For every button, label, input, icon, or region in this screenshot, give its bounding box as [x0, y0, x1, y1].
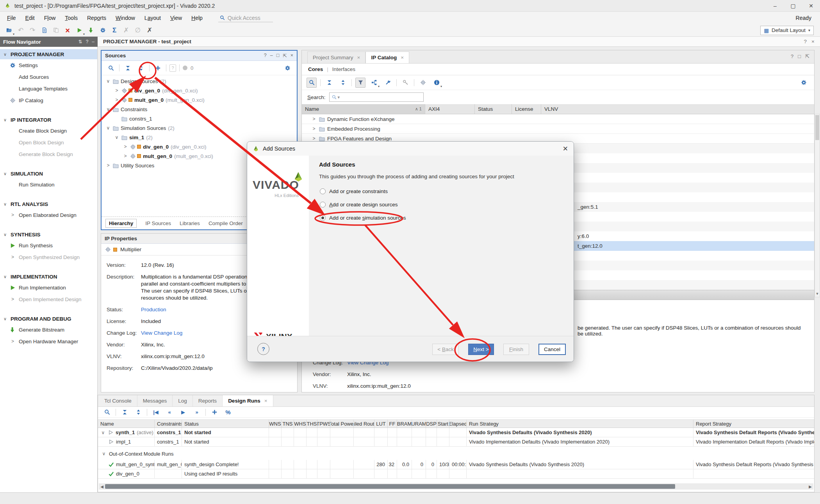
help-icon[interactable]: ?	[804, 39, 807, 44]
settings-button[interactable]	[98, 25, 108, 35]
details-button[interactable]: ▾	[431, 78, 442, 88]
sources-tab-ip-sources[interactable]: IP Sources	[145, 220, 171, 226]
next-button[interactable]: Next >	[468, 344, 494, 355]
fn-item-run-simulation[interactable]: Run Simulation	[0, 179, 97, 190]
catalog-row-dynamic-function-exchange[interactable]: >Dynamic Function eXchange	[302, 114, 814, 124]
source-div-gen-0[interactable]: >div_gen_0 (div_gen_0.xci)	[102, 86, 296, 95]
source-constraints[interactable]: ∨Constraints	[102, 105, 296, 114]
close-icon[interactable]: ×	[291, 53, 293, 59]
column-name[interactable]: Name∧ 1	[302, 104, 425, 114]
column-axi4[interactable]: AXI4	[425, 104, 475, 114]
chevron-down-icon[interactable]: ∨	[114, 135, 119, 140]
chevron-right-icon[interactable]: >	[311, 116, 317, 122]
column-name[interactable]: Name	[98, 420, 155, 428]
close-icon[interactable]: ✕	[563, 145, 568, 153]
missing-sources-button[interactable]: ?	[169, 64, 176, 72]
horizontal-scrollbar[interactable]: ◀ ▶	[99, 483, 813, 490]
sources-panel-header[interactable]: Sources ? ‒ □ ⇱ ×	[102, 51, 297, 61]
run-row-impl-1[interactable]: impl_1constrs_1Not startedVivado Impleme…	[98, 437, 814, 447]
fn-item-open-elaborated-design[interactable]: >Open Elaborated Design	[0, 209, 97, 221]
expand-all-button[interactable]	[133, 407, 143, 417]
fn-item-open-implemented-design[interactable]: >Open Implemented Design	[0, 293, 97, 305]
fn-item-create-block-design[interactable]: Create Block Design	[0, 125, 97, 137]
cancel-run-button[interactable]: ✗	[121, 25, 131, 35]
dialog-title-bar[interactable]: Add Sources ✕	[247, 142, 574, 156]
quick-access-search[interactable]: Quick Access	[218, 14, 273, 22]
attach-button[interactable]: ∅	[133, 25, 143, 35]
expand-all-button[interactable]	[338, 78, 348, 88]
filter-button[interactable]	[355, 78, 365, 88]
menu-window[interactable]: Window	[111, 15, 140, 21]
report-button[interactable]	[39, 25, 49, 35]
step-forward-button[interactable]: »	[192, 407, 202, 417]
fn-item-open-hardware-manager[interactable]: >Open Hardware Manager	[0, 335, 97, 347]
delete-button[interactable]: ×	[62, 25, 73, 35]
close-button[interactable]: ✕	[802, 0, 820, 12]
sum-button[interactable]: Σ	[109, 25, 119, 35]
sources-settings-button[interactable]	[282, 63, 292, 73]
float-panel-icon[interactable]: ⇱	[805, 53, 809, 59]
step-back-button[interactable]: «	[164, 407, 175, 417]
column-uram[interactable]: URAM	[412, 420, 426, 428]
panel-tab-design-runs[interactable]: Design Runs×	[223, 395, 273, 406]
column-start[interactable]: Start	[437, 420, 449, 428]
help-icon[interactable]: ?	[86, 39, 89, 44]
chevron-right-icon[interactable]: >	[123, 144, 128, 149]
generate-bitstream-button[interactable]	[86, 25, 96, 35]
menu-help[interactable]: Help	[187, 15, 207, 21]
radio-add-or-create-simulation-sources[interactable]: Add or create simulation sources	[320, 213, 406, 222]
catalog-search-box[interactable]: ▾	[329, 92, 424, 102]
source-constrs-1[interactable]: constrs_1	[102, 114, 296, 123]
catalog-settings-button[interactable]	[799, 78, 809, 88]
column-status[interactable]: Status	[475, 104, 512, 114]
panel-tab-log[interactable]: Log	[173, 395, 193, 406]
run-row-mult-gen-0-synth-1[interactable]: mult_gen_0_synth_1mult_gen_0synth_design…	[98, 460, 814, 469]
scroll-down-icon[interactable]: ▼	[815, 291, 820, 297]
menu-tools[interactable]: Tools	[60, 15, 82, 21]
menu-flow[interactable]: Flow	[39, 15, 61, 21]
collapse-all-button[interactable]	[119, 407, 130, 417]
search-button[interactable]	[106, 63, 116, 73]
run-group-out-of-context-module-runs[interactable]: ∨Out-of-Context Module Runs	[98, 448, 814, 459]
radio-add-or-create-design-sources[interactable]: Add or create design sources	[320, 200, 406, 209]
fn-section-rtl-analysis[interactable]: ∨RTL ANALYSIS	[0, 199, 97, 209]
column-ff[interactable]: FF	[388, 420, 397, 428]
source-simulation-sources[interactable]: ∨Simulation Sources (2)	[102, 123, 296, 133]
scrollbar-thumb[interactable]	[815, 115, 819, 140]
fn-item-open-synthesized-design[interactable]: >Open Synthesized Design	[0, 251, 97, 263]
run-step-button[interactable]: ▶	[178, 407, 188, 417]
sources-tab-libraries[interactable]: Libraries	[180, 220, 200, 226]
chevron-down-icon[interactable]: ∨	[101, 451, 107, 456]
chevron-right-icon[interactable]: >	[311, 136, 317, 141]
column-vlnv[interactable]: VLNV	[541, 104, 815, 114]
finish-button[interactable]: Finish	[503, 344, 529, 355]
chevron-down-icon[interactable]: ∨	[105, 78, 111, 84]
column-tpws[interactable]: TPWS	[317, 420, 330, 428]
catalog-vertical-scrollbar[interactable]: ▼	[815, 114, 820, 297]
close-icon[interactable]: ×	[264, 398, 267, 404]
fn-item-ip-catalog[interactable]: IP Catalog	[0, 94, 97, 106]
column-lut[interactable]: LUT	[374, 420, 388, 428]
column-wns[interactable]: WNS	[269, 420, 282, 428]
chevron-right-icon[interactable]: >	[105, 163, 111, 168]
collapse-all-icon[interactable]: ⇅	[78, 39, 82, 44]
fn-section-synthesis[interactable]: ∨SYNTHESIS	[0, 229, 97, 240]
license-button[interactable]	[400, 78, 410, 88]
chevron-down-icon[interactable]: ∨	[105, 106, 111, 112]
column-constraints[interactable]: Constraints	[155, 420, 182, 428]
redo-button[interactable]: ↷	[27, 25, 37, 35]
back-button[interactable]: < Back	[432, 344, 459, 355]
subtab-interfaces[interactable]: Interfaces	[332, 66, 355, 72]
fn-item-generate-bitstream[interactable]: Generate Bitstream	[0, 324, 97, 335]
fn-item-run-implementation[interactable]: Run Implementation	[0, 282, 97, 293]
scroll-left-icon[interactable]: ◀	[99, 483, 105, 490]
search-button[interactable]	[102, 407, 112, 417]
panel-tab-messages[interactable]: Messages	[137, 395, 173, 406]
column-whs[interactable]: WHS	[294, 420, 307, 428]
close-icon[interactable]: ×	[357, 55, 360, 60]
column-dsp[interactable]: DSP	[426, 420, 437, 428]
maximize-button[interactable]: ▢	[784, 0, 802, 12]
column-total-power[interactable]: Total Power	[330, 420, 354, 428]
customize-button[interactable]	[383, 78, 393, 88]
chevron-right-icon[interactable]: >	[114, 88, 119, 93]
